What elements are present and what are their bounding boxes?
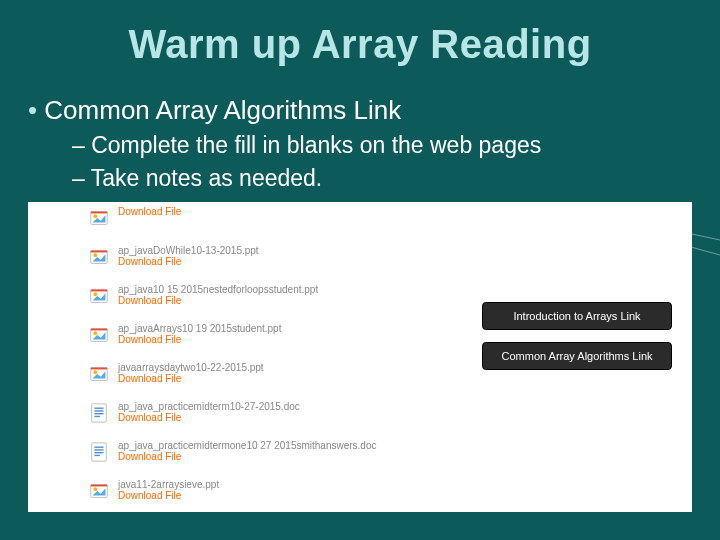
file-name: ap_java10 15 2015nestedforloopsstudent.p… (118, 284, 318, 295)
file-text: ap_java_practicemidtermone10 27 2015smit… (118, 440, 376, 462)
svg-point-10 (94, 331, 98, 335)
file-text: Download File (118, 206, 181, 217)
svg-rect-19 (94, 416, 100, 417)
svg-rect-27 (91, 485, 108, 487)
svg-rect-24 (94, 455, 100, 456)
ppt-icon (88, 324, 110, 346)
download-file-link[interactable]: Download File (118, 373, 264, 384)
file-text: javaarraysdaytwo10-22-2015.pptDownload F… (118, 362, 264, 384)
bullet-sub-1: Complete the fill in blanks on the web p… (72, 132, 720, 159)
svg-rect-16 (94, 408, 103, 409)
file-text: ap_javaArrays10 19 2015student.pptDownlo… (118, 323, 281, 345)
download-file-link[interactable]: Download File (118, 451, 376, 462)
svg-point-26 (94, 487, 98, 491)
ppt-icon (88, 207, 110, 229)
download-file-link[interactable]: Download File (118, 256, 259, 267)
common-array-button[interactable]: Common Array Algorithms Link (482, 342, 672, 370)
file-row: Download File (88, 206, 692, 234)
download-file-link[interactable]: Download File (118, 334, 281, 345)
svg-rect-22 (94, 449, 103, 450)
file-name: java11-2arraysieve.ppt (118, 479, 219, 490)
file-name: ap_java_practicemidtermone10 27 2015smit… (118, 440, 376, 451)
svg-rect-14 (91, 368, 108, 370)
file-text: ap_javaDoWhile10-13-2015.pptDownload Fil… (118, 245, 259, 267)
svg-rect-18 (94, 413, 103, 414)
svg-point-7 (94, 292, 98, 296)
button-panel: Introduction to Arrays Link Common Array… (482, 302, 672, 370)
bullet-sub-2: Take notes as needed. (72, 165, 720, 192)
embedded-screenshot: Download Fileap_javaDoWhile10-13-2015.pp… (28, 202, 692, 512)
ppt-icon (88, 285, 110, 307)
download-file-link[interactable]: Download File (118, 412, 300, 423)
download-file-link[interactable]: Download File (118, 490, 219, 501)
svg-rect-11 (91, 329, 108, 331)
file-row: ap_java_practicemidterm10-27-2015.docDow… (88, 401, 692, 429)
file-text: ap_java10 15 2015nestedforloopsstudent.p… (118, 284, 318, 306)
file-row: java11-2arraysieve.pptDownload File (88, 479, 692, 507)
file-name: javaarraysdaytwo10-22-2015.ppt (118, 362, 264, 373)
file-text: java11-2arraysieve.pptDownload File (118, 479, 219, 501)
svg-point-13 (94, 370, 98, 374)
slide-title: Warm up Array Reading (0, 0, 720, 67)
bullet-main: Common Array Algorithms Link (28, 95, 720, 126)
intro-arrays-button[interactable]: Introduction to Arrays Link (482, 302, 672, 330)
download-file-link[interactable]: Download File (118, 295, 318, 306)
svg-rect-23 (94, 452, 103, 453)
svg-rect-5 (91, 251, 108, 253)
ppt-icon (88, 480, 110, 502)
file-name: ap_javaArrays10 19 2015student.ppt (118, 323, 281, 334)
ppt-icon (88, 246, 110, 268)
svg-rect-17 (94, 410, 103, 411)
file-row: ap_java_practicemidtermone10 27 2015smit… (88, 440, 692, 468)
file-text: ap_java_practicemidterm10-27-2015.docDow… (118, 401, 300, 423)
ppt-icon (88, 363, 110, 385)
download-file-link[interactable]: Download File (118, 206, 181, 217)
file-name: ap_javaDoWhile10-13-2015.ppt (118, 245, 259, 256)
svg-rect-21 (94, 447, 103, 448)
file-row: ap_javaDoWhile10-13-2015.pptDownload Fil… (88, 245, 692, 273)
file-name: ap_java_practicemidterm10-27-2015.doc (118, 401, 300, 412)
svg-rect-8 (91, 290, 108, 292)
doc-icon (88, 402, 110, 424)
svg-point-4 (94, 253, 98, 257)
doc-icon (88, 441, 110, 463)
svg-point-1 (94, 214, 98, 218)
svg-rect-2 (91, 212, 108, 214)
